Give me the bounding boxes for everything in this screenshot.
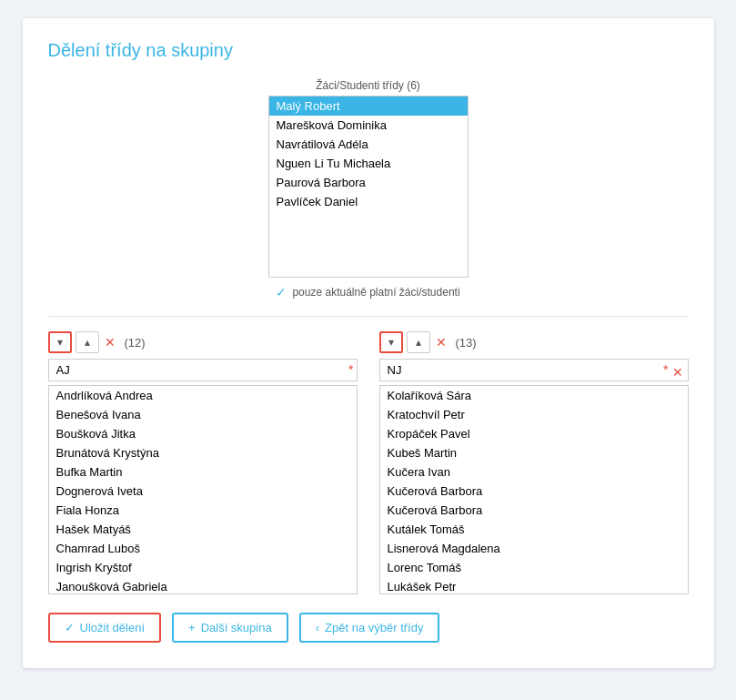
list-item[interactable]: Kropáček Pavel bbox=[380, 424, 688, 443]
list-item[interactable]: Kubeš Martin bbox=[380, 443, 688, 462]
group1-required-star: * bbox=[348, 362, 353, 377]
only-current-label: pouze aktuálně platní žáci/studenti bbox=[292, 286, 459, 299]
list-item[interactable]: Lorenc Tomáš bbox=[380, 558, 688, 577]
group2-delete-btn[interactable]: ✕ bbox=[434, 335, 449, 350]
group1-up-btn[interactable] bbox=[76, 331, 99, 353]
list-item[interactable]: Kučerová Barbora bbox=[380, 482, 688, 501]
group2-up-btn[interactable] bbox=[407, 331, 430, 353]
page-title: Dělení třídy na skupiny bbox=[48, 40, 689, 61]
group2-name-input[interactable] bbox=[379, 359, 689, 381]
list-item[interactable]: Paurová Barbora bbox=[269, 173, 468, 192]
list-item[interactable]: Hašek Matyáš bbox=[49, 520, 357, 539]
group2-down-btn[interactable] bbox=[379, 331, 403, 353]
group1-name-wrapper: * bbox=[48, 359, 358, 385]
list-item[interactable]: Andrlíková Andrea bbox=[49, 386, 357, 405]
check-icon: ✓ bbox=[276, 285, 287, 299]
list-item[interactable]: Brunátová Krystýna bbox=[49, 443, 357, 462]
group1-name-input[interactable] bbox=[48, 359, 358, 381]
add-group-button[interactable]: + Další skupina bbox=[172, 613, 288, 643]
group2-listbox[interactable]: Kolaříková SáraKratochvíl PetrKropáček P… bbox=[379, 385, 689, 594]
add-icon: + bbox=[188, 621, 196, 634]
group2-col: ✕ (13) ✕ * Kolaříková SáraKratochvíl Pet… bbox=[379, 331, 689, 594]
list-item[interactable]: Kučera Ivan bbox=[380, 462, 688, 482]
add-group-label: Další skupina bbox=[201, 621, 272, 634]
list-item[interactable]: Ingrish Kryštof bbox=[49, 558, 357, 577]
students-list-label: Žáci/Studenti třídy (6) bbox=[316, 79, 420, 92]
list-item[interactable]: Lisnerová Magdalena bbox=[380, 539, 688, 558]
group1-delete-btn[interactable]: ✕ bbox=[103, 335, 117, 350]
group1-col: ✕ (12) * Andrlíková AndreaBenešová Ivana… bbox=[48, 331, 358, 594]
list-item[interactable]: Janoušková Gabriela bbox=[49, 577, 357, 594]
students-section: Žáci/Studenti třídy (6) Malý RobertMareš… bbox=[48, 79, 689, 299]
list-item[interactable]: Kolaříková Sára bbox=[380, 386, 688, 405]
group2-count: (13) bbox=[456, 336, 477, 350]
save-button[interactable]: ✓ Uložit dělení bbox=[48, 613, 162, 643]
list-item[interactable]: Pavlíček Daniel bbox=[269, 192, 468, 211]
students-listbox[interactable]: Malý RobertMarešková DominikaNavrátilová… bbox=[268, 96, 469, 278]
list-item[interactable]: Kratochvíl Petr bbox=[380, 405, 688, 424]
list-item[interactable]: Fiala Honza bbox=[49, 501, 357, 520]
list-item[interactable]: Marešková Dominika bbox=[269, 116, 468, 135]
group2-required-star: * bbox=[663, 362, 668, 377]
list-item[interactable]: Lukášek Petr bbox=[380, 577, 688, 594]
list-item[interactable]: Malý Robert bbox=[269, 96, 468, 116]
divider bbox=[48, 316, 689, 317]
main-card: Dělení třídy na skupiny Žáci/Studenti tř… bbox=[23, 18, 714, 668]
save-label: Uložit dělení bbox=[80, 621, 146, 634]
list-item[interactable]: Navrátilová Adéla bbox=[269, 135, 468, 154]
back-button[interactable]: ‹ Zpět na výběr třídy bbox=[299, 613, 440, 643]
list-item[interactable]: Kutálek Tomáš bbox=[380, 520, 688, 539]
list-item[interactable]: Kučerová Barbora bbox=[380, 501, 688, 520]
save-icon: ✓ bbox=[65, 621, 75, 634]
group2-clear-btn[interactable]: ✕ bbox=[672, 365, 683, 380]
bottom-buttons: ✓ Uložit dělení + Další skupina ‹ Zpět n… bbox=[48, 613, 689, 643]
group1-controls: ✕ (12) bbox=[48, 331, 358, 353]
groups-row: ✕ (12) * Andrlíková AndreaBenešová Ivana… bbox=[48, 331, 689, 594]
list-item[interactable]: Dognerová Iveta bbox=[49, 482, 357, 501]
only-current-row: ✓ pouze aktuálně platní žáci/studenti bbox=[276, 285, 459, 299]
list-item[interactable]: Bufka Martin bbox=[49, 462, 357, 482]
group2-controls: ✕ (13) bbox=[379, 331, 689, 353]
list-item[interactable]: Nguen Li Tu Michaela bbox=[269, 154, 468, 173]
group1-down-btn[interactable] bbox=[48, 331, 72, 353]
back-label: Zpět na výběr třídy bbox=[325, 621, 423, 634]
list-item[interactable]: Boušková Jitka bbox=[49, 424, 357, 443]
group1-count: (12) bbox=[125, 336, 146, 350]
group1-listbox[interactable]: Andrlíková AndreaBenešová IvanaBoušková … bbox=[48, 385, 358, 594]
group2-name-wrapper: ✕ * bbox=[379, 359, 689, 385]
back-icon: ‹ bbox=[316, 621, 319, 634]
list-item[interactable]: Benešová Ivana bbox=[49, 405, 357, 424]
list-item[interactable]: Chamrad Luboš bbox=[49, 539, 357, 558]
